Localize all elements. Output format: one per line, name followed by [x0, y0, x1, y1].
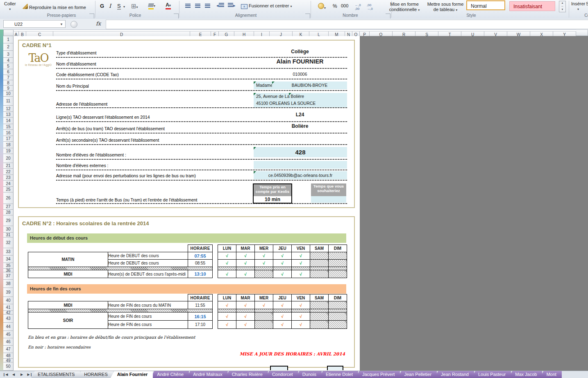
row-header-25[interactable]: 25: [3, 187, 14, 192]
sheet-tab-mont[interactable]: Mont: [540, 371, 561, 378]
day-hatch-cell[interactable]: [329, 312, 347, 321]
delete-cells-button-partial[interactable]: Sup: [586, 1, 588, 6]
cell-style-normal[interactable]: Normal: [466, 0, 505, 10]
day-check-icon[interactable]: √: [255, 260, 273, 267]
day-hatch-cell[interactable]: [255, 312, 273, 321]
day-check-icon[interactable]: √: [218, 252, 236, 260]
insert-function-pearl[interactable]: [70, 21, 77, 28]
day-check-icon[interactable]: √: [273, 321, 292, 329]
field-value[interactable]: Bolière: [253, 123, 347, 129]
font-color-button[interactable]: A▾: [166, 2, 171, 9]
day-hatch-cell[interactable]: [329, 270, 347, 278]
day-check-icon[interactable]: √: [273, 301, 292, 309]
day-check-icon[interactable]: √: [236, 312, 255, 321]
day-check-icon[interactable]: √: [292, 270, 310, 278]
bold-button[interactable]: G: [100, 3, 104, 9]
day-hatch-cell[interactable]: [329, 260, 347, 267]
sheet-tab-louis-pasteur[interactable]: Louis Pasteur: [472, 371, 511, 378]
row-header-24[interactable]: 24: [3, 181, 14, 187]
underline-button[interactable]: S: [117, 3, 121, 9]
row-header-32[interactable]: 32: [3, 238, 14, 248]
sheet-tab-jacques-pr-vert[interactable]: Jacques Prévert: [356, 371, 400, 378]
day-check-icon[interactable]: √: [236, 301, 255, 309]
row-header-22[interactable]: 22: [3, 169, 14, 175]
row-header-12[interactable]: 12: [3, 106, 14, 112]
field-value[interactable]: Collège: [253, 49, 347, 54]
font-dialog-launcher-icon[interactable]: [174, 14, 179, 18]
row-header-10[interactable]: 10: [3, 91, 14, 97]
day-check-icon[interactable]: √: [273, 252, 292, 260]
day-check-icon[interactable]: √: [292, 260, 310, 267]
horaire-value-cell[interactable]: 07:55: [188, 252, 213, 260]
alignment-dialog-launcher-icon[interactable]: [305, 14, 310, 18]
civility-cell[interactable]: Madame: [254, 81, 272, 89]
increase-indent-icon[interactable]: ▸: [228, 3, 236, 8]
row-header-23[interactable]: 23: [3, 175, 14, 181]
day-hatch-cell[interactable]: [329, 301, 347, 309]
wished-time-value[interactable]: [311, 196, 346, 203]
wished-time-box[interactable]: Temps que vous souhaiteriez: [311, 183, 346, 203]
row-header-13[interactable]: 13: [3, 112, 14, 118]
row-header-30[interactable]: 30: [3, 226, 14, 233]
row-header-21[interactable]: 21: [3, 163, 14, 169]
insert-cells-button[interactable]: Insérer▾: [571, 1, 585, 11]
principal-name-cell[interactable]: BAUBION-BROYE: [272, 81, 347, 89]
day-hatch-cell[interactable]: [255, 321, 273, 329]
row-header-11[interactable]: 11: [3, 97, 14, 106]
row-header-15[interactable]: 15: [3, 124, 14, 130]
day-hatch-cell[interactable]: [329, 252, 347, 260]
row-header-44[interactable]: 44: [3, 323, 14, 331]
value-cell[interactable]: 428: [254, 147, 347, 157]
sheet-tab-charles-rivi-re[interactable]: Charles Rivière: [225, 371, 268, 378]
day-check-icon[interactable]: √: [218, 312, 236, 321]
underline-dropdown-icon[interactable]: ▾: [123, 5, 125, 9]
row-header-2[interactable]: 2: [3, 43, 14, 51]
tab-prev-icon[interactable]: ◀: [11, 371, 16, 378]
day-hatch-cell[interactable]: [310, 312, 329, 321]
row-header-4[interactable]: 4: [3, 58, 14, 63]
row-header-27[interactable]: 27: [3, 204, 14, 210]
row-header-9[interactable]: 9: [3, 86, 14, 91]
day-check-icon[interactable]: √: [218, 321, 236, 329]
row-header-17[interactable]: 17: [3, 136, 14, 142]
decrease-indent-icon[interactable]: ◂: [216, 3, 224, 8]
day-check-icon[interactable]: √: [236, 270, 255, 278]
row-header-3[interactable]: 3: [3, 51, 14, 58]
value-cell[interactable]: ce.0450939b@ac-orleans-tours.fr: [254, 171, 347, 179]
italic-button[interactable]: I: [109, 3, 111, 9]
fill-color-button[interactable]: ▾: [148, 3, 155, 9]
row-header-29[interactable]: 29: [3, 215, 14, 226]
day-hatch-cell[interactable]: [310, 260, 329, 267]
row-header-1[interactable]: 1: [3, 36, 14, 43]
row-header-33[interactable]: 33: [3, 248, 14, 256]
fx-icon[interactable]: fx: [96, 20, 101, 27]
row-header-36[interactable]: 36: [3, 269, 14, 272]
sheet-tab-max-jacob[interactable]: Max Jacob: [509, 371, 542, 378]
day-check-icon[interactable]: √: [273, 260, 292, 267]
row-header-28[interactable]: 28: [3, 210, 14, 215]
address-cell[interactable]: 25, Avenue de La Bolière45100 ORLEANS LA…: [254, 93, 347, 107]
day-check-icon[interactable]: √: [273, 270, 292, 278]
borders-icon[interactable]: ⊞▾: [131, 2, 138, 10]
sheet-tab-dunois[interactable]: Dunois: [296, 371, 322, 378]
field-value[interactable]: Alain FOURNIER: [253, 58, 347, 65]
row-header-38[interactable]: 38: [3, 280, 14, 288]
increase-decimal-icon[interactable]: ←,0,00: [355, 3, 361, 11]
day-check-icon[interactable]: √: [218, 260, 236, 267]
sheet-tab-etienne-dolet[interactable]: Etienne Dolet: [319, 371, 358, 378]
formula-input[interactable]: [106, 20, 588, 29]
row-header-14[interactable]: 14: [3, 118, 14, 124]
merge-center-button[interactable]: a Fusionner et centrer ▾: [241, 3, 292, 9]
name-box-dropdown-icon[interactable]: ▼: [60, 23, 63, 26]
tab-first-icon[interactable]: ❙◀: [2, 371, 8, 378]
day-check-icon[interactable]: √: [255, 252, 273, 260]
style-gallery-scroll[interactable]: ▲─▼: [559, 1, 566, 12]
row-header-5[interactable]: 5: [3, 63, 14, 69]
day-check-icon[interactable]: √: [218, 270, 236, 278]
sheet-tab-etalissements[interactable]: ETALISSEMENTS: [31, 371, 80, 378]
horaire-value-cell[interactable]: 11:55: [188, 301, 213, 309]
clipboard-dialog-launcher-icon[interactable]: [89, 14, 94, 18]
horaire-value-cell[interactable]: 16:15: [188, 312, 213, 321]
day-hatch-cell[interactable]: [310, 270, 329, 278]
row-header-34[interactable]: 34: [3, 256, 14, 263]
